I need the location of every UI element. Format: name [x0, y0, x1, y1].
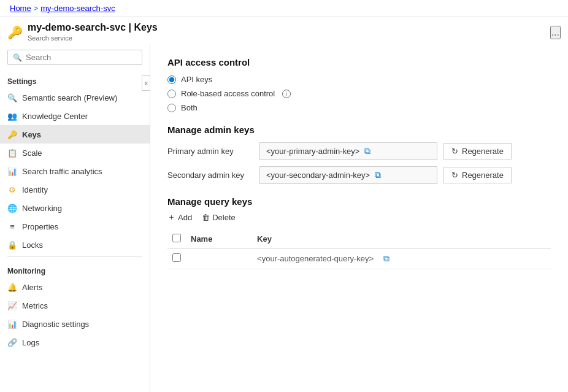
secondary-key-row: Secondary admin key <your-secondary-admi…	[167, 166, 551, 184]
settings-section-label: Settings	[0, 70, 150, 88]
sidebar-item-locks[interactable]: 🔒 Locks	[0, 236, 150, 254]
row-checkbox[interactable]	[172, 253, 181, 262]
radio-rbac-input[interactable]	[167, 90, 176, 98]
query-actions: ＋ Add 🗑 Delete	[167, 212, 551, 223]
primary-regen-button[interactable]: ↻ Regenerate	[443, 143, 512, 159]
sidebar-item-label: Identity	[22, 185, 48, 194]
sidebar-item-label: Metrics	[22, 301, 48, 310]
breadcrumb-home[interactable]: Home	[10, 4, 31, 13]
search-box[interactable]: 🔍	[7, 50, 142, 65]
diagnostic-icon: 📊	[7, 319, 17, 329]
radio-both[interactable]: Both	[167, 103, 551, 112]
networking-icon: 🌐	[7, 203, 17, 213]
delete-icon: 🗑	[202, 213, 210, 222]
sidebar-item-label: Diagnostic settings	[22, 320, 89, 329]
secondary-regen-icon: ↻	[451, 171, 458, 180]
admin-keys-title: Manage admin keys	[167, 125, 551, 135]
sidebar: 🔍 « Settings 🔍 Semantic search (Preview)…	[0, 45, 150, 392]
sidebar-item-diagnostic[interactable]: 📊 Diagnostic settings	[0, 315, 150, 333]
primary-copy-icon[interactable]: ⧉	[364, 146, 370, 156]
sidebar-item-label: Properties	[22, 222, 58, 231]
sidebar-item-properties[interactable]: ≡ Properties	[0, 217, 150, 236]
breadcrumb-service[interactable]: my-demo-search-svc	[40, 4, 115, 13]
sidebar-item-alerts[interactable]: 🔔 Alerts	[0, 278, 150, 296]
rbac-info-icon[interactable]: i	[282, 90, 291, 98]
query-copy-icon[interactable]: ⧉	[383, 253, 390, 263]
sidebar-divider	[7, 256, 142, 257]
select-all-checkbox[interactable]	[172, 234, 181, 242]
table-row: <your-autogenerated-query-key> ⧉	[167, 248, 551, 269]
radio-both-input[interactable]	[167, 104, 176, 112]
row-name	[186, 248, 252, 269]
radio-api-keys-label: API keys	[181, 75, 212, 84]
radio-rbac-label: Role-based access control	[181, 89, 275, 98]
secondary-regen-button[interactable]: ↻ Regenerate	[443, 167, 512, 183]
row-checkbox-cell[interactable]	[167, 248, 186, 269]
metrics-icon: 📈	[7, 301, 17, 310]
sidebar-item-keys[interactable]: 🔑 Keys	[0, 125, 150, 144]
keys-icon: 🔑	[7, 129, 17, 139]
add-button[interactable]: ＋ Add	[167, 212, 192, 223]
query-key-value: <your-autogenerated-query-key>	[257, 254, 374, 263]
delete-button[interactable]: 🗑 Delete	[202, 213, 236, 222]
breadcrumb-sep1: >	[34, 4, 39, 13]
sidebar-item-label: Logs	[22, 338, 39, 347]
sidebar-item-knowledge-center[interactable]: 👥 Knowledge Center	[0, 107, 150, 125]
table-header-key: Key	[252, 230, 551, 248]
locks-icon: 🔒	[7, 240, 17, 250]
secondary-key-label: Secondary admin key	[167, 171, 253, 180]
primary-key-value: <your-primary-admin-key>	[266, 147, 359, 156]
sidebar-item-scale[interactable]: 📋 Scale	[0, 144, 150, 162]
query-keys-table: Name Key <your-autogenerated-query-key> …	[167, 230, 551, 269]
semantic-search-icon: 🔍	[7, 93, 17, 102]
api-access-radio-group: API keys Role-based access control i Bot…	[167, 75, 551, 112]
knowledge-center-icon: 👥	[7, 111, 17, 121]
secondary-regen-label: Regenerate	[462, 171, 504, 180]
more-button[interactable]: ...	[550, 26, 561, 39]
sidebar-item-label: Alerts	[22, 283, 42, 292]
secondary-key-input: <your-secondary-admin-key> ⧉	[259, 166, 437, 184]
secondary-key-value: <your-secondary-admin-key>	[266, 171, 370, 180]
search-traffic-icon: 📊	[7, 166, 17, 176]
identity-icon: ⚙	[7, 185, 17, 194]
table-header-checkbox	[167, 230, 186, 248]
service-subtitle: Search service	[28, 34, 72, 42]
primary-regen-label: Regenerate	[462, 147, 504, 156]
service-title-bar: 🔑 my-demo-search-svc | Keys Search servi…	[0, 17, 568, 45]
search-input[interactable]	[26, 53, 137, 62]
sidebar-item-label: Scale	[22, 148, 42, 158]
scale-icon: 📋	[7, 148, 17, 158]
primary-key-row: Primary admin key <your-primary-admin-ke…	[167, 142, 551, 160]
breadcrumb: Home > my-demo-search-svc	[0, 0, 568, 17]
query-keys-section: Manage query keys ＋ Add 🗑 Delete	[167, 196, 551, 269]
primary-key-label: Primary admin key	[167, 147, 253, 156]
collapse-button[interactable]: «	[142, 75, 150, 91]
admin-keys-section: Manage admin keys Primary admin key <you…	[167, 125, 551, 184]
monitoring-section-label: Monitoring	[0, 259, 150, 278]
secondary-copy-icon[interactable]: ⧉	[375, 170, 381, 180]
sidebar-item-logs[interactable]: 🔗 Logs	[0, 333, 150, 352]
query-keys-title: Manage query keys	[167, 196, 551, 207]
logs-icon: 🔗	[7, 337, 17, 347]
sidebar-item-label: Locks	[22, 240, 43, 250]
sidebar-item-label: Knowledge Center	[22, 112, 88, 121]
radio-api-keys-input[interactable]	[167, 75, 176, 84]
sidebar-item-semantic-search[interactable]: 🔍 Semantic search (Preview)	[0, 88, 150, 107]
sidebar-item-networking[interactable]: 🌐 Networking	[0, 199, 150, 217]
sidebar-item-label: Search traffic analytics	[22, 167, 102, 176]
sidebar-item-identity[interactable]: ⚙ Identity	[0, 180, 150, 199]
sidebar-item-label: Semantic search (Preview)	[22, 93, 117, 102]
sidebar-item-label: Keys	[22, 130, 41, 139]
row-key: <your-autogenerated-query-key> ⧉	[252, 248, 551, 269]
radio-both-label: Both	[181, 103, 198, 112]
sidebar-item-search-traffic[interactable]: 📊 Search traffic analytics	[0, 162, 150, 180]
properties-icon: ≡	[7, 221, 17, 231]
sidebar-item-label: Networking	[22, 204, 62, 213]
key-icon: 🔑	[7, 25, 23, 40]
page-title: my-demo-search-svc | Keys	[28, 22, 158, 33]
add-label: Add	[178, 213, 192, 222]
sidebar-item-metrics[interactable]: 📈 Metrics	[0, 296, 150, 315]
api-access-title: API access control	[167, 57, 551, 67]
radio-api-keys[interactable]: API keys	[167, 75, 551, 84]
radio-rbac[interactable]: Role-based access control i	[167, 89, 551, 98]
